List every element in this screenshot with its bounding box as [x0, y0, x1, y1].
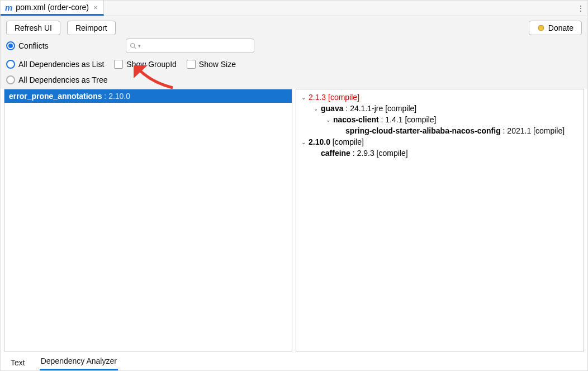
radio-all-tree[interactable]: All Dependencies as Tree — [6, 75, 108, 84]
checkbox-icon — [187, 60, 196, 69]
search-input-wrap[interactable]: ▾ — [126, 39, 254, 53]
checkbox-show-size[interactable]: Show Size — [187, 60, 236, 69]
radio-conflicts[interactable]: Conflicts — [6, 41, 49, 50]
tree-node[interactable]: ⌄2.10.0 [compile] — [296, 136, 584, 148]
radio-icon — [6, 75, 15, 84]
filter-options: Conflicts ▾ All Dependencies as List Sho… — [1, 39, 587, 89]
donate-label: Donate — [548, 23, 573, 32]
bottom-tab-text[interactable]: Text — [10, 355, 26, 370]
dependency-list-item[interactable]: error_prone_annotations : 2.10.0 — [4, 89, 292, 103]
coins-icon — [537, 24, 545, 32]
svg-point-1 — [130, 43, 134, 47]
tree-node-label: nacos-client : 1.4.1 [compile] — [333, 115, 436, 124]
split-panes: error_prone_annotations : 2.10.0 ⌄2.1.3 … — [1, 89, 587, 351]
right-pane[interactable]: ⌄2.1.3 [compile]⌄guava : 24.1.1-jre [com… — [296, 89, 584, 351]
svg-line-2 — [134, 47, 136, 49]
left-pane[interactable]: error_prone_annotations : 2.10.0 — [4, 89, 292, 351]
chevron-down-icon[interactable]: ▾ — [138, 43, 141, 49]
editor-tab-title: pom.xml (order-core) — [16, 3, 89, 12]
maven-icon: m — [5, 3, 12, 12]
tree-node-label: caffeine : 2.9.3 [compile] — [321, 149, 408, 158]
tree-node[interactable]: spring-cloud-starter-alibaba-nacos-confi… — [296, 125, 584, 136]
tree-node[interactable]: ⌄guava : 24.1.1-jre [compile] — [296, 103, 584, 114]
chevron-down-icon[interactable]: ⌄ — [312, 106, 320, 112]
radio-icon — [6, 60, 15, 69]
radio-icon — [6, 41, 15, 50]
toolbar: Refresh UI Reimport Donate — [1, 16, 587, 39]
radio-all-list-label: All Dependencies as List — [18, 60, 104, 69]
tree-node-label: guava : 24.1.1-jre [compile] — [321, 104, 416, 113]
bottom-tab-bar: Text Dependency Analyzer — [1, 351, 587, 370]
checkbox-show-groupid[interactable]: Show GroupId — [114, 60, 177, 69]
radio-conflicts-label: Conflicts — [18, 41, 49, 50]
tree-node[interactable]: caffeine : 2.9.3 [compile] — [296, 148, 584, 159]
tree-node[interactable]: ⌄2.1.3 [compile] — [296, 92, 584, 103]
close-icon[interactable]: × — [92, 3, 99, 12]
checkbox-show-size-label: Show Size — [199, 60, 236, 69]
tree-node-label: spring-cloud-starter-alibaba-nacos-confi… — [345, 126, 565, 135]
search-input[interactable] — [142, 41, 250, 51]
checkbox-icon — [114, 60, 123, 69]
tree-node-label: 2.10.0 [compile] — [309, 137, 364, 146]
reimport-button[interactable]: Reimport — [67, 21, 116, 35]
tree-node[interactable]: ⌄nacos-client : 1.4.1 [compile] — [296, 114, 584, 125]
chevron-down-icon[interactable]: ⌄ — [300, 94, 307, 101]
donate-button[interactable]: Donate — [529, 21, 582, 35]
editor-tab-pom[interactable]: m pom.xml (order-core) × — [1, 1, 104, 16]
dependency-version: 2.10.0 — [108, 92, 130, 101]
dependency-name: error_prone_annotations — [9, 92, 102, 101]
editor-tab-bar: m pom.xml (order-core) × ⋮ — [1, 1, 587, 16]
chevron-down-icon[interactable]: ⌄ — [324, 117, 332, 123]
checkbox-show-groupid-label: Show GroupId — [126, 60, 177, 69]
radio-all-list[interactable]: All Dependencies as List — [6, 60, 104, 69]
refresh-ui-button[interactable]: Refresh UI — [6, 21, 60, 35]
chevron-down-icon[interactable]: ⌄ — [300, 139, 307, 145]
tab-menu-icon[interactable]: ⋮ — [574, 4, 587, 13]
bottom-tab-dependency-analyzer[interactable]: Dependency Analyzer — [40, 353, 118, 370]
tree-node-label: 2.1.3 [compile] — [309, 93, 359, 102]
search-icon — [130, 42, 137, 50]
radio-all-tree-label: All Dependencies as Tree — [18, 75, 108, 84]
